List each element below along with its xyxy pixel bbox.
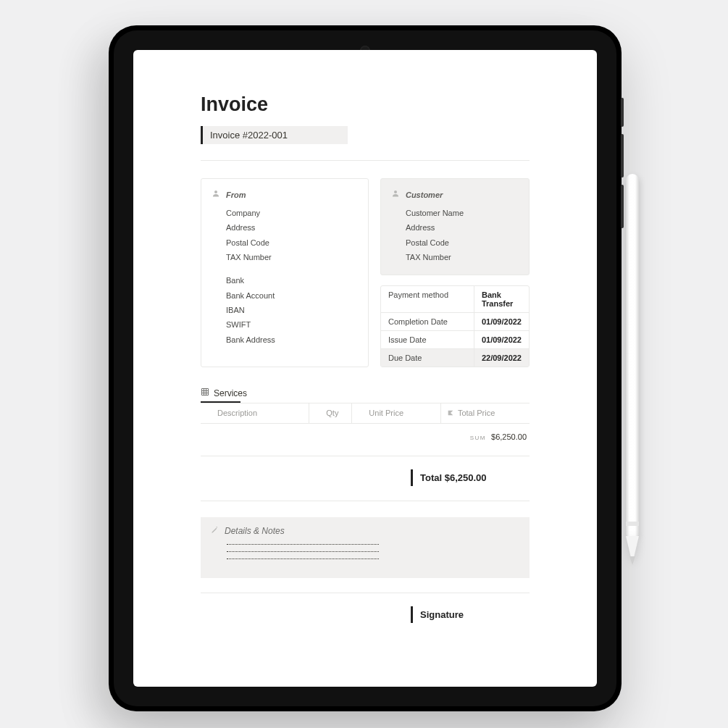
- notes-line: [227, 551, 379, 552]
- from-line: Address: [226, 220, 358, 235]
- from-body: CompanyAddressPostal CodeTAX Number: [212, 206, 358, 264]
- divider: [201, 456, 530, 456]
- customer-line: Address: [406, 220, 519, 235]
- meta-key: Due Date: [381, 349, 474, 367]
- from-line: Company: [226, 206, 358, 220]
- invoice-document: Invoice Invoice #2022-001 From CompanyAd…: [201, 50, 530, 623]
- tablet-bezel: Invoice Invoice #2022-001 From CompanyAd…: [114, 30, 616, 706]
- customer-heading-label: Customer: [406, 188, 443, 203]
- tablet-volume-down: [621, 185, 624, 228]
- from-heading: From: [212, 188, 358, 203]
- from-bank-line: SWIFT: [226, 317, 358, 332]
- details-notes-box: Details & Notes: [201, 517, 530, 578]
- customer-line: Postal Code: [406, 235, 519, 250]
- col-total-price: Total Price: [440, 403, 530, 424]
- invoice-number-callout: Invoice #2022-001: [201, 126, 348, 144]
- from-line: Postal Code: [226, 235, 358, 250]
- tablet-screen: Invoice Invoice #2022-001 From CompanyAd…: [133, 50, 597, 687]
- sum-line: sum $6,250.00: [201, 432, 527, 441]
- from-bank-line: Bank Account: [226, 288, 358, 303]
- pencil-icon: [211, 526, 219, 536]
- meta-value: Bank Transfer: [474, 286, 529, 312]
- meta-value: 01/09/2022: [474, 313, 529, 330]
- signature-callout: Signature: [411, 606, 530, 623]
- meta-key: Completion Date: [381, 313, 474, 330]
- table-icon: [201, 388, 209, 398]
- meta-key: Issue Date: [381, 331, 474, 348]
- services-table: Description Qty Unit Price Total Price: [201, 403, 530, 424]
- from-bank-line: Bank Address: [226, 332, 358, 347]
- customer-line: Customer Name: [406, 206, 519, 220]
- meta-value: 22/09/2022: [474, 349, 529, 367]
- tablet-frame: Invoice Invoice #2022-001 From CompanyAd…: [109, 25, 622, 711]
- customer-card: Customer Customer NameAddressPostal Code…: [380, 178, 530, 275]
- from-line: TAX Number: [226, 250, 358, 264]
- col-description: Description: [201, 403, 309, 424]
- svg-point-0: [214, 191, 217, 193]
- notes-line: [227, 543, 379, 545]
- meta-row: Completion Date01/09/2022: [381, 312, 529, 330]
- customer-line: TAX Number: [406, 250, 519, 264]
- customer-body: Customer NameAddressPostal CodeTAX Numbe…: [391, 206, 519, 264]
- total-callout: Total $6,250.00: [411, 469, 530, 486]
- person-icon: [391, 188, 400, 203]
- from-bank-line: IBAN: [226, 303, 358, 317]
- from-bank-body: BankBank AccountIBANSWIFTBank Address: [212, 273, 358, 347]
- from-bank-line: Bank: [226, 273, 358, 288]
- details-heading-label: Details & Notes: [225, 526, 285, 536]
- divider: [201, 160, 530, 161]
- meta-key: Payment method: [381, 286, 474, 312]
- tablet-power-button: [621, 98, 624, 127]
- sum-value: $6,250.00: [491, 432, 527, 441]
- services-tab: Services: [201, 388, 530, 398]
- svg-point-1: [394, 191, 397, 193]
- divider: [201, 593, 530, 593]
- tablet-volume-up: [621, 134, 624, 177]
- person-icon: [212, 188, 220, 203]
- col-unit-price: Unit Price: [352, 403, 441, 424]
- divider: [201, 501, 530, 501]
- meta-row: Issue Date01/09/2022: [381, 330, 529, 348]
- meta-row: Due Date22/09/2022: [381, 348, 529, 367]
- col-qty: Qty: [309, 403, 352, 424]
- meta-row: Payment methodBank Transfer: [381, 286, 529, 312]
- from-heading-label: From: [226, 188, 246, 203]
- notes-line: [227, 558, 379, 559]
- customer-heading: Customer: [391, 188, 519, 203]
- sum-label: sum: [470, 435, 486, 441]
- meta-value: 01/09/2022: [474, 331, 529, 348]
- from-card: From CompanyAddressPostal CodeTAX Number…: [201, 178, 369, 367]
- page-title: Invoice: [201, 93, 530, 116]
- services-heading-label: Services: [214, 388, 247, 398]
- invoice-meta-table: Payment methodBank TransferCompletion Da…: [380, 285, 530, 367]
- stylus-pencil: [626, 174, 639, 569]
